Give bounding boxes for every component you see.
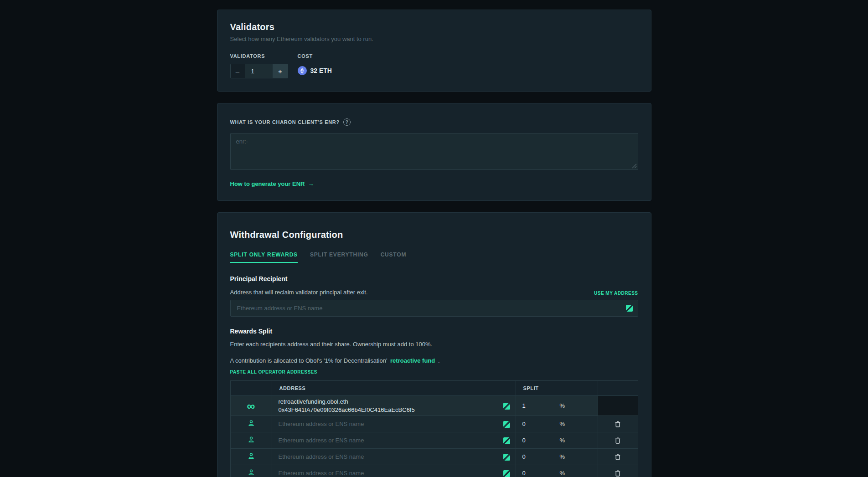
recipient-split-cell: %	[516, 465, 598, 477]
person-icon	[248, 436, 255, 443]
enr-card: WHAT IS YOUR CHARON CLIENT'S ENR? ? How …	[217, 103, 651, 201]
help-circle-icon[interactable]: ?	[343, 118, 351, 126]
person-icon	[248, 420, 255, 427]
address-identicon	[503, 403, 510, 410]
validators-count-column: VALIDATORS – +	[230, 53, 288, 78]
address-identicon	[626, 305, 633, 312]
recipient-split-input[interactable]	[522, 470, 560, 477]
percent-label: %	[560, 453, 565, 460]
retroactive-fund-ens: retroactivefunding.obol.eth	[279, 398, 497, 406]
use-my-address-button[interactable]: USE MY ADDRESS	[594, 291, 638, 296]
withdrawal-configuration-card: Withdrawal Configuration SPLIT ONLY REWA…	[217, 212, 651, 477]
address-column-header: ADDRESS	[272, 381, 516, 396]
trash-icon	[615, 421, 621, 428]
retroactive-fund-link[interactable]: retroactive fund	[390, 357, 435, 364]
cost-label: COST	[298, 53, 332, 59]
contribution-text: A contribution is allocated to Obol's '1…	[230, 357, 388, 364]
principal-recipient-description: Address that will reclaim validator prin…	[230, 289, 368, 296]
rewards-split-title: Rewards Split	[230, 328, 638, 335]
person-icon	[248, 452, 255, 460]
ethereum-icon	[298, 66, 307, 75]
recipient-split-input[interactable]	[522, 437, 560, 444]
recipient-address-cell	[272, 449, 516, 465]
retroactive-fund-split-cell: 1 %	[516, 396, 598, 416]
retroactive-fund-address-cell: retroactivefunding.obol.eth 0x43F641fA70…	[272, 396, 516, 416]
stepper-decrement-button[interactable]: –	[231, 64, 245, 78]
recipient-split-input[interactable]	[522, 421, 560, 427]
percent-label: %	[560, 437, 565, 444]
recipient-address-cell	[272, 416, 516, 432]
trash-icon	[615, 470, 621, 477]
tab-split-everything[interactable]: SPLIT EVERYTHING	[310, 251, 368, 263]
contribution-suffix: .	[438, 357, 440, 364]
recipient-split-cell: %	[516, 449, 598, 465]
empty-actions-cell	[598, 396, 638, 416]
address-identicon	[503, 421, 510, 428]
percent-label: %	[560, 402, 565, 409]
delete-recipient-button[interactable]	[613, 468, 623, 477]
trash-icon	[615, 437, 621, 444]
recipient-address-input[interactable]	[279, 449, 497, 465]
split-column-header: SPLIT	[516, 381, 598, 396]
split-value: 1	[522, 402, 560, 409]
table-header-row: ADDRESS SPLIT	[230, 381, 638, 396]
recipient-actions-cell	[598, 432, 638, 449]
recipient-split-cell: %	[516, 432, 598, 449]
validators-card: Validators Select how many Ethereum vali…	[217, 10, 651, 92]
recipient-actions-cell	[598, 449, 638, 465]
contribution-note: A contribution is allocated to Obol's '1…	[230, 357, 638, 364]
retroactive-fund-address: 0x43F641fA70e09f0326ac66b4Ef0C416EaEcBC6…	[279, 406, 497, 414]
cost-value: 32 ETH	[310, 67, 332, 74]
recipient-row: %	[230, 432, 638, 449]
rewards-split-section: Rewards Split Enter each recipients addr…	[230, 328, 638, 477]
validators-title: Validators	[230, 22, 638, 32]
main-content: Validators Select how many Ethereum vali…	[217, 0, 651, 477]
retroactive-fund-row: ∞ retroactivefunding.obol.eth 0x43F641fA…	[230, 396, 638, 416]
recipient-actions-cell	[598, 465, 638, 477]
obol-logo-cell: ∞	[230, 396, 272, 416]
recipient-split-cell: %	[516, 416, 598, 432]
person-icon-cell	[230, 416, 272, 432]
withdrawal-configuration-title: Withdrawal Configuration	[230, 230, 638, 240]
recipient-split-input[interactable]	[522, 453, 560, 460]
actions-column-header	[598, 381, 638, 396]
person-icon-cell	[230, 432, 272, 449]
recipient-address-input[interactable]	[279, 433, 497, 448]
recipient-address-input[interactable]	[279, 466, 497, 477]
recipient-address-cell	[272, 432, 516, 449]
tab-split-only-rewards[interactable]: SPLIT ONLY REWARDS	[230, 251, 298, 263]
principal-recipient-section: Principal Recipient Address that will re…	[230, 275, 638, 317]
address-identicon	[503, 454, 510, 461]
person-icon-cell	[230, 449, 272, 465]
cost-column: COST 32 ETH	[298, 53, 332, 78]
delete-recipient-button[interactable]	[613, 435, 623, 446]
recipient-row: %	[230, 465, 638, 477]
arrow-right-icon: →	[308, 180, 314, 187]
validators-stepper: – +	[230, 64, 288, 78]
recipient-address-cell	[272, 465, 516, 477]
rewards-split-table: ADDRESS SPLIT ∞ retroactivefunding.obol.…	[230, 380, 638, 477]
validators-subtitle: Select how many Ethereum validators you …	[230, 36, 638, 42]
how-to-generate-enr-link[interactable]: How to generate your ENR →	[230, 180, 314, 187]
obol-infinity-icon: ∞	[247, 400, 255, 412]
address-identicon	[503, 470, 510, 477]
person-icon-cell	[230, 465, 272, 477]
delete-recipient-button[interactable]	[613, 419, 623, 430]
address-identicon	[503, 437, 510, 444]
paste-all-operator-addresses-button[interactable]: PASTE ALL OPERATOR ADDRESSES	[230, 369, 317, 374]
delete-recipient-button[interactable]	[613, 451, 623, 462]
principal-recipient-input[interactable]	[230, 300, 638, 317]
recipient-actions-cell	[598, 416, 638, 432]
stepper-increment-button[interactable]: +	[273, 64, 288, 78]
validators-count-input[interactable]	[245, 64, 273, 78]
tab-custom[interactable]: CUSTOM	[381, 251, 407, 263]
recipient-address-input[interactable]	[279, 416, 497, 432]
recipient-row: %	[230, 449, 638, 465]
rewards-split-description: Enter each recipients address and their …	[230, 341, 638, 348]
principal-recipient-title: Principal Recipient	[230, 275, 638, 282]
enr-link-label: How to generate your ENR	[230, 180, 305, 187]
enr-textarea[interactable]	[230, 133, 638, 170]
validators-count-label: VALIDATORS	[230, 53, 288, 59]
enr-question-label: WHAT IS YOUR CHARON CLIENT'S ENR?	[230, 119, 340, 125]
person-icon	[248, 469, 255, 476]
